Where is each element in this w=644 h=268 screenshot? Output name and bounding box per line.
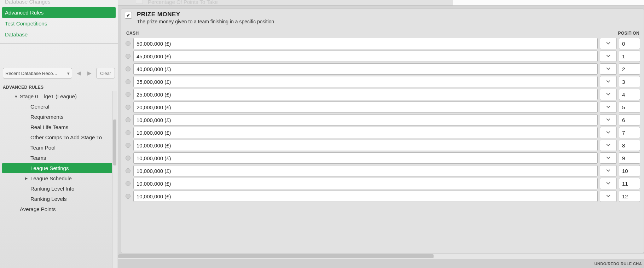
currency-unit-select[interactable] bbox=[600, 76, 617, 87]
tree-item[interactable]: Other Comps To Add Stage To bbox=[2, 132, 116, 142]
column-header-cash: CASH bbox=[126, 31, 139, 36]
currency-unit-select[interactable] bbox=[600, 63, 617, 75]
cash-input[interactable]: 10,000,000 (£) bbox=[133, 140, 598, 151]
chevron-down-icon[interactable] bbox=[14, 94, 18, 99]
chevron-down-icon bbox=[606, 41, 610, 46]
position-input[interactable]: 2 bbox=[619, 63, 640, 75]
position-input[interactable]: 11 bbox=[619, 178, 640, 189]
horizontal-scrollbar[interactable] bbox=[118, 253, 644, 259]
position-input[interactable]: 6 bbox=[619, 114, 640, 126]
prize-money-panel: ✔ PRIZE MONEY The prize money given to a… bbox=[121, 8, 644, 253]
cash-input[interactable]: 35,000,000 (£) bbox=[133, 76, 598, 87]
currency-unit-select[interactable] bbox=[600, 178, 617, 189]
currency-unit-select[interactable] bbox=[600, 38, 617, 49]
tree-item[interactable]: Ranking Level Info bbox=[2, 183, 116, 194]
tree-item[interactable]: Stage 0 – lge1 (League) bbox=[2, 91, 116, 101]
row-toggle[interactable] bbox=[125, 114, 131, 126]
tree-item[interactable]: Average Points bbox=[2, 204, 116, 214]
sidebar-top-list: Database ChangesAdvanced RulesTest Compe… bbox=[0, 0, 118, 44]
prize-row: 45,000,000 (£)1 bbox=[125, 51, 640, 62]
recent-next-button[interactable]: ▶ bbox=[86, 68, 93, 78]
row-toggle[interactable] bbox=[125, 165, 131, 176]
sidebar-top-item[interactable]: Database bbox=[2, 29, 116, 40]
sidebar-top-item[interactable]: Advanced Rules bbox=[2, 7, 116, 18]
position-input[interactable]: 1 bbox=[619, 51, 640, 62]
row-toggle[interactable] bbox=[125, 63, 131, 75]
row-toggle[interactable] bbox=[125, 140, 131, 151]
sidebar-top-item[interactable]: Database Changes bbox=[2, 0, 116, 7]
recent-records-label: Recent Database Reco… bbox=[5, 71, 57, 76]
cash-input[interactable]: 40,000,000 (£) bbox=[133, 63, 598, 75]
currency-unit-select[interactable] bbox=[600, 152, 617, 164]
tree-item[interactable]: League Schedule bbox=[2, 173, 116, 183]
currency-unit-select[interactable] bbox=[600, 101, 617, 113]
tree-item[interactable]: General bbox=[2, 101, 116, 112]
recent-prev-button[interactable]: ◀ bbox=[75, 68, 83, 78]
row-toggle[interactable] bbox=[125, 76, 131, 87]
currency-unit-select[interactable] bbox=[600, 51, 617, 62]
row-toggle[interactable] bbox=[125, 152, 131, 164]
row-toggle[interactable] bbox=[125, 191, 131, 202]
row-toggle[interactable] bbox=[125, 89, 131, 100]
cash-input[interactable]: 10,000,000 (£) bbox=[133, 152, 598, 164]
currency-unit-select[interactable] bbox=[600, 114, 617, 126]
position-input[interactable]: 0 bbox=[619, 38, 640, 49]
cash-input[interactable]: 10,000,000 (£) bbox=[133, 114, 598, 126]
currency-unit-select[interactable] bbox=[600, 127, 617, 138]
tree-item[interactable]: League Settings bbox=[2, 163, 116, 173]
cash-input[interactable]: 50,000,000 (£) bbox=[133, 38, 598, 49]
position-input[interactable]: 9 bbox=[619, 152, 640, 164]
position-value: 11 bbox=[622, 181, 628, 187]
currency-unit-select[interactable] bbox=[600, 89, 617, 100]
tree-scrollbar[interactable] bbox=[112, 91, 117, 268]
row-toggle[interactable] bbox=[125, 178, 131, 189]
column-headers: CASH POSITION bbox=[125, 31, 640, 36]
position-input[interactable]: 10 bbox=[619, 165, 640, 176]
tree-item[interactable]: Teams bbox=[2, 153, 116, 163]
chevron-down-icon bbox=[606, 104, 610, 110]
cash-input[interactable]: 10,000,000 (£) bbox=[133, 191, 598, 202]
position-input[interactable]: 5 bbox=[619, 101, 640, 113]
prize-money-checkbox[interactable]: ✔ bbox=[125, 12, 132, 19]
circle-icon bbox=[126, 130, 130, 135]
tree-item[interactable]: Real Life Teams bbox=[2, 122, 116, 132]
cash-input[interactable]: 10,000,000 (£) bbox=[133, 127, 598, 138]
row-toggle[interactable] bbox=[125, 38, 131, 49]
tree-item-label: Requirements bbox=[30, 114, 63, 120]
position-input[interactable]: 12 bbox=[619, 191, 640, 202]
cash-input[interactable]: 10,000,000 (£) bbox=[133, 165, 598, 176]
recent-records-combo[interactable]: Recent Database Reco… ▾ bbox=[3, 68, 72, 78]
tree-scrollbar-thumb[interactable] bbox=[113, 120, 116, 165]
currency-unit-select[interactable] bbox=[600, 191, 617, 202]
tree-item[interactable]: Team Pool bbox=[2, 142, 116, 153]
cash-input[interactable]: 25,000,000 (£) bbox=[133, 89, 598, 100]
sidebar: Database ChangesAdvanced RulesTest Compe… bbox=[0, 0, 118, 268]
chevron-down-icon bbox=[606, 155, 610, 161]
prize-row: 40,000,000 (£)2 bbox=[125, 63, 640, 75]
position-input[interactable]: 4 bbox=[619, 89, 640, 100]
sidebar-top-item[interactable]: Test Competitions bbox=[2, 18, 116, 29]
circle-icon bbox=[126, 194, 130, 199]
tree-item-label: Average Points bbox=[20, 206, 56, 212]
tree-item[interactable]: Ranking Levels bbox=[2, 194, 116, 204]
position-input[interactable]: 8 bbox=[619, 140, 640, 151]
cash-input[interactable]: 45,000,000 (£) bbox=[133, 51, 598, 62]
row-toggle[interactable] bbox=[125, 127, 131, 138]
horizontal-scrollbar-thumb[interactable] bbox=[118, 254, 434, 258]
sidebar-top-item-label: Database bbox=[5, 31, 28, 37]
currency-unit-select[interactable] bbox=[600, 140, 617, 151]
chevron-right-icon[interactable] bbox=[25, 176, 28, 181]
undo-redo-label[interactable]: UNDO/REDO RULE CHA bbox=[594, 262, 642, 266]
cash-value: 35,000,000 (£) bbox=[137, 79, 171, 85]
position-input[interactable]: 7 bbox=[619, 127, 640, 138]
cash-input[interactable]: 10,000,000 (£) bbox=[133, 178, 598, 189]
cash-input[interactable]: 20,000,000 (£) bbox=[133, 101, 598, 113]
row-toggle[interactable] bbox=[125, 51, 131, 62]
clear-button[interactable]: Clear bbox=[96, 68, 115, 78]
chevron-down-icon bbox=[606, 142, 610, 148]
currency-unit-select[interactable] bbox=[600, 165, 617, 176]
tree-item[interactable]: Requirements bbox=[2, 112, 116, 122]
position-input[interactable]: 3 bbox=[619, 76, 640, 87]
cash-value: 20,000,000 (£) bbox=[137, 104, 171, 110]
row-toggle[interactable] bbox=[125, 101, 131, 113]
